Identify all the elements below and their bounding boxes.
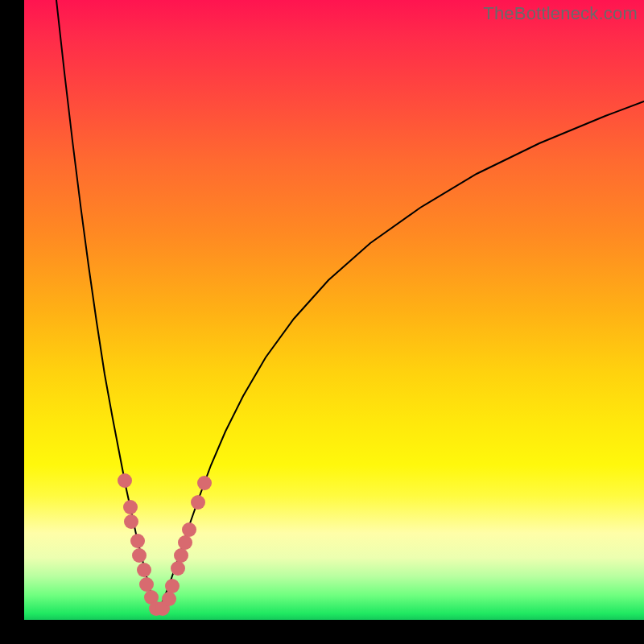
marker-dot — [137, 563, 151, 577]
curve-layer — [24, 0, 644, 620]
plot-area — [24, 0, 644, 620]
marker-dot — [182, 522, 196, 537]
chart-stage: TheBottleneck.com — [0, 0, 644, 644]
marker-dot — [130, 534, 145, 548]
marker-dot — [123, 500, 138, 514]
marker-dot — [171, 561, 185, 576]
curve-group — [56, 0, 644, 612]
marker-group — [118, 473, 212, 616]
curve-left-branch — [56, 0, 158, 612]
marker-dot — [162, 592, 176, 606]
marker-dot — [197, 476, 212, 490]
marker-dot — [174, 548, 188, 563]
marker-dot — [178, 535, 192, 550]
marker-dot — [124, 514, 138, 529]
marker-dot — [118, 473, 132, 488]
marker-dot — [191, 495, 205, 510]
marker-dot — [139, 577, 154, 592]
curve-right-branch — [158, 101, 644, 612]
marker-dot — [132, 548, 147, 563]
marker-dot — [165, 579, 180, 593]
